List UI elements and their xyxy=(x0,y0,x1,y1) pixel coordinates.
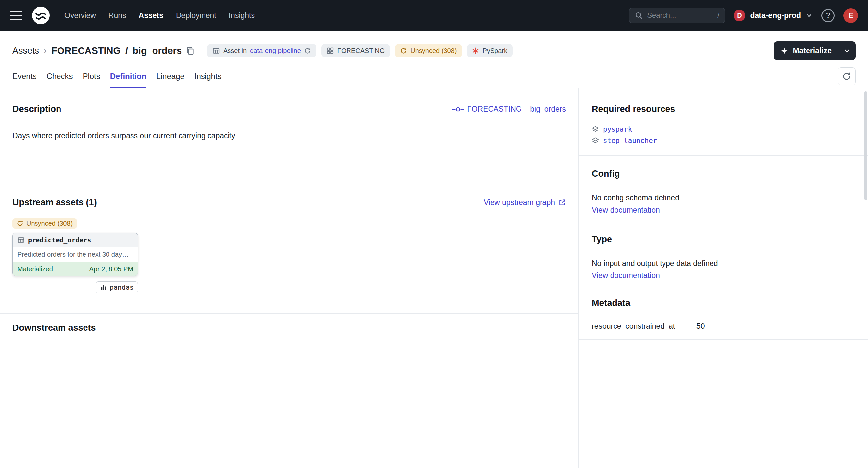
tag-asset-in-job[interactable]: Asset in data-eng-pipeline xyxy=(207,44,316,57)
downstream-title: Downstream assets xyxy=(12,323,96,333)
tab-definition[interactable]: Definition xyxy=(110,64,147,88)
upstream-assets-section: Upstream assets (1) View upstream graph … xyxy=(0,183,578,314)
metadata-section: Metadata resource_constrained_at 50 xyxy=(579,286,868,340)
chevron-down-icon xyxy=(806,12,813,19)
scrollbar-thumb[interactable] xyxy=(864,91,867,200)
resource-link-pyspark[interactable]: pyspark xyxy=(592,125,855,133)
tab-insights[interactable]: Insights xyxy=(194,64,222,88)
unsynced-badge-label: Unsynced (308) xyxy=(26,220,73,227)
tag-compute-kind: PySpark xyxy=(467,44,513,57)
kind-tag-pandas: pandas xyxy=(96,282,138,293)
dagster-logo-icon[interactable] xyxy=(31,6,51,25)
required-resources-section: Required resources pyspark step_launcher xyxy=(579,88,868,156)
deployment-name: data-eng-prod xyxy=(750,11,801,20)
refresh-icon xyxy=(842,72,851,81)
type-view-documentation-link[interactable]: View documentation xyxy=(592,271,660,280)
nav-right: / D data-eng-prod ? E xyxy=(629,7,858,23)
copy-asset-key-icon[interactable] xyxy=(186,47,195,55)
search-shortcut-hint: / xyxy=(717,11,719,20)
nav-links: Overview Runs Assets Deployment Insights xyxy=(64,0,255,31)
resource-pyspark-label: pyspark xyxy=(603,125,632,133)
metadata-value: 50 xyxy=(696,322,705,331)
external-link-icon xyxy=(558,199,566,206)
materialized-status-label: Materialized xyxy=(18,265,53,273)
nav-item-assets[interactable]: Assets xyxy=(139,0,163,31)
definition-content: Description FORECASTING__big_orders Days… xyxy=(0,88,868,468)
sparkle-icon xyxy=(780,47,788,55)
config-title: Config xyxy=(592,169,620,179)
unsynced-badge[interactable]: Unsynced (308) xyxy=(12,218,77,229)
deployment-switcher[interactable]: D data-eng-prod xyxy=(734,9,813,21)
breadcrumb-assets-link[interactable]: Assets xyxy=(12,46,39,56)
nav-item-deployment[interactable]: Deployment xyxy=(176,0,216,31)
metadata-row: resource_constrained_at 50 xyxy=(579,313,868,340)
breadcrumb-separator: › xyxy=(44,46,47,56)
top-nav: Overview Runs Assets Deployment Insights… xyxy=(0,0,868,31)
metadata-key: resource_constrained_at xyxy=(592,322,696,331)
type-empty-text: No input and output type data defined xyxy=(592,259,855,268)
job-link[interactable]: data-eng-pipeline xyxy=(250,47,301,55)
breadcrumb-asset-name: big_orders xyxy=(132,46,182,56)
pyspark-icon xyxy=(472,48,479,54)
config-empty-text: No config schema defined xyxy=(592,194,855,202)
nav-item-overview[interactable]: Overview xyxy=(64,0,96,31)
materialize-button[interactable]: Materialize xyxy=(774,41,838,60)
downstream-assets-section: Downstream assets xyxy=(0,314,578,342)
chevron-down-icon xyxy=(843,47,850,54)
resource-step-launcher-label: step_launcher xyxy=(603,137,657,145)
tag-sync-status[interactable]: Unsynced (308) xyxy=(395,44,462,57)
materialize-label: Materialize xyxy=(793,47,832,55)
materialize-dropdown-button[interactable] xyxy=(838,41,856,60)
type-section: Type No input and output type data defin… xyxy=(579,221,868,286)
description-section: Description FORECASTING__big_orders Days… xyxy=(0,88,578,183)
definition-sidebar: Required resources pyspark step_launcher… xyxy=(579,88,868,468)
help-icon: ? xyxy=(826,11,830,20)
search-box[interactable]: / xyxy=(629,7,725,23)
upstream-asset-node[interactable]: predicted_orders Predicted orders for th… xyxy=(12,233,138,276)
reload-definitions-button[interactable] xyxy=(838,67,856,85)
tag-asset-group[interactable]: FORECASTING xyxy=(321,44,390,57)
nav-item-insights[interactable]: Insights xyxy=(229,0,255,31)
config-section: Config No config schema defined View doc… xyxy=(579,156,868,221)
nav-item-runs[interactable]: Runs xyxy=(108,0,126,31)
asset-tabs: Events Checks Plots Definition Lineage I… xyxy=(0,64,868,88)
metadata-title: Metadata xyxy=(579,298,644,308)
breadcrumb-group: FORECASTING xyxy=(51,46,121,56)
definition-main: Description FORECASTING__big_orders Days… xyxy=(0,88,579,468)
config-view-documentation-link[interactable]: View documentation xyxy=(592,206,660,214)
help-button[interactable]: ? xyxy=(821,9,835,22)
tab-plots[interactable]: Plots xyxy=(83,64,100,88)
view-upstream-graph-link[interactable]: View upstream graph xyxy=(484,198,566,207)
asset-node-summary: Predicted orders for the next 30 day… xyxy=(13,247,138,262)
description-body: Days where predicted orders surpass our … xyxy=(12,131,566,140)
asset-node-header: predicted_orders xyxy=(13,233,138,247)
asset-key-label: FORECASTING__big_orders xyxy=(467,105,566,114)
search-input[interactable] xyxy=(647,11,713,20)
user-avatar[interactable]: E xyxy=(843,8,858,23)
tab-events[interactable]: Events xyxy=(12,64,36,88)
sync-icon xyxy=(17,220,23,227)
breadcrumb-group-separator: / xyxy=(125,46,128,56)
asset-node-name: predicted_orders xyxy=(28,236,91,244)
resource-link-step-launcher[interactable]: step_launcher xyxy=(592,137,855,145)
tab-lineage[interactable]: Lineage xyxy=(156,64,184,88)
menu-icon[interactable] xyxy=(10,9,22,22)
tag-compute-kind-label: PySpark xyxy=(482,47,507,55)
materialize-split-button: Materialize xyxy=(774,41,856,60)
avatar-initial: E xyxy=(848,11,853,20)
required-resources-title: Required resources xyxy=(592,104,675,114)
asset-node-status: Materialized Apr 2, 8:05 PM xyxy=(13,262,138,276)
view-upstream-graph-label: View upstream graph xyxy=(484,198,555,207)
asset-key-link[interactable]: FORECASTING__big_orders xyxy=(452,105,566,114)
type-title: Type xyxy=(592,234,612,244)
asset-tags: Asset in data-eng-pipeline FORECASTING U… xyxy=(207,44,513,57)
tag-asset-group-label: FORECASTING xyxy=(337,47,385,55)
kind-tag-label: pandas xyxy=(110,283,133,291)
description-title: Description xyxy=(12,104,61,114)
tab-checks[interactable]: Checks xyxy=(46,64,73,88)
table-icon xyxy=(18,236,25,243)
search-icon xyxy=(634,11,643,20)
layers-icon xyxy=(592,126,599,133)
refresh-icon xyxy=(304,48,311,54)
bar-chart-icon xyxy=(100,284,107,291)
